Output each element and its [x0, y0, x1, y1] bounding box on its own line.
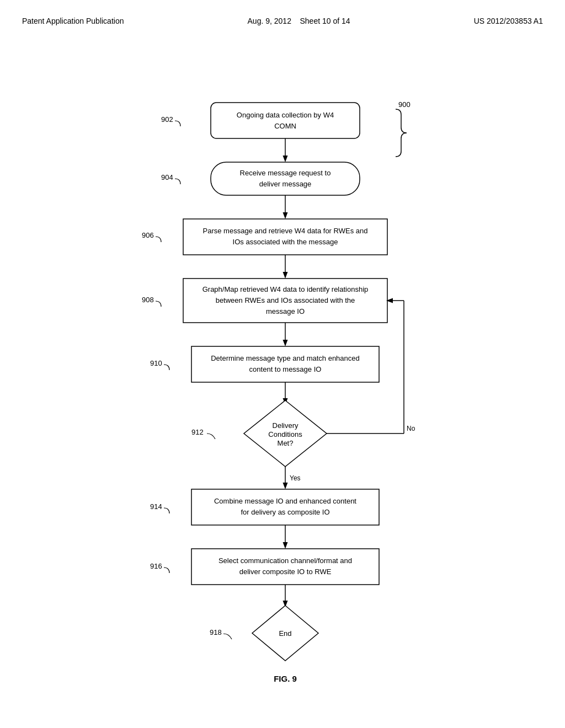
node-914-text2: for delivery as composite IO — [241, 508, 329, 516]
node-912-text3: Met? — [278, 439, 294, 447]
label-912: 912 — [191, 428, 204, 436]
node-908-text3: message IO — [266, 307, 305, 315]
node-906-text1: Parse message and retrieve W4 data for R… — [203, 227, 368, 235]
node-906-box — [183, 219, 387, 255]
node-902-text1: Ongoing data collection by W4 — [237, 111, 334, 119]
node-910-text1: Determine message type and match enhance… — [211, 354, 360, 362]
node-912-text1: Delivery — [273, 421, 299, 430]
node-904-box — [211, 162, 360, 195]
node-908-text2: between RWEs and IOs associated with the — [216, 296, 355, 304]
header: Patent Application Publication Aug. 9, 2… — [22, 17, 543, 25]
node-916-box — [191, 549, 379, 585]
node-902-text2: COMN — [274, 122, 296, 130]
node-908-text1: Graph/Map retrieved W4 data to identify … — [202, 285, 369, 293]
node-912-text2: Conditions — [268, 430, 302, 438]
label-902: 902 — [161, 115, 173, 124]
figure-caption: FIG. 9 — [274, 674, 297, 683]
flowchart-area: 900 Ongoing data collection by W4 COMN 9… — [89, 47, 476, 687]
node-902-box — [211, 103, 360, 138]
node-914-text1: Combine message IO and enhanced content — [214, 497, 356, 505]
label-904: 904 — [161, 173, 173, 181]
header-right: US 2012/203853 A1 — [474, 17, 543, 25]
header-left: Patent Application Publication — [22, 17, 124, 25]
label-918: 918 — [210, 628, 222, 636]
label-910: 910 — [150, 359, 162, 367]
no-label: No — [407, 425, 415, 432]
label-906: 906 — [142, 231, 154, 239]
node-910-text2: content to message IO — [249, 365, 322, 373]
yes-label: Yes — [290, 474, 301, 482]
node-910-box — [191, 346, 379, 382]
node-918-text: End — [279, 629, 291, 638]
node-906-text2: IOs associated with the message — [233, 238, 338, 246]
node-916-text1: Select communication channel/format and — [218, 556, 352, 565]
label-900: 900 — [398, 100, 411, 109]
label-908: 908 — [142, 296, 154, 304]
flowchart-svg: 900 Ongoing data collection by W4 COMN 9… — [89, 47, 476, 687]
header-center: Aug. 9, 2012 Sheet 10 of 14 — [248, 17, 350, 25]
node-914-box — [191, 489, 379, 525]
node-916-text2: deliver composite IO to RWE — [239, 568, 332, 576]
label-914: 914 — [150, 502, 162, 511]
node-904-text2: deliver message — [259, 180, 312, 188]
node-904-text1: Receive message request to — [240, 169, 331, 177]
page: Patent Application Publication Aug. 9, 2… — [0, 0, 565, 728]
label-916: 916 — [150, 562, 162, 570]
